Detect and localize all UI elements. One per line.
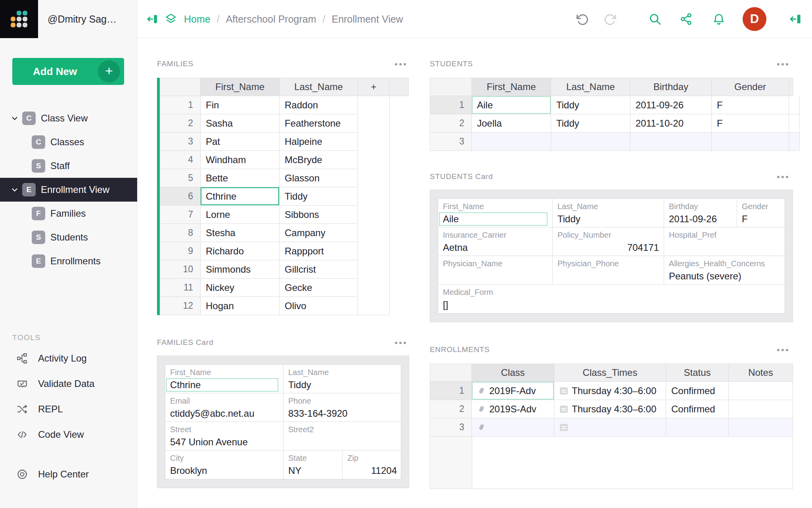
cell-notes[interactable] <box>729 400 793 418</box>
cell-last-name[interactable]: Sibbons <box>280 206 358 224</box>
card-field-street[interactable]: Street 547 Union Avenue <box>165 422 283 450</box>
page-stack-icon[interactable] <box>164 12 178 26</box>
cell-last-name[interactable]: Tiddy <box>551 114 630 133</box>
card-field-gender[interactable]: Gender F <box>737 199 785 227</box>
tool-activity-log[interactable]: Activity Log <box>0 346 137 371</box>
cell-gender[interactable]: F <box>712 96 789 114</box>
sidebar-item-students[interactable]: S Students <box>0 225 137 249</box>
card-field-email[interactable]: Email ctiddy5@abc.net.au <box>165 393 283 422</box>
cell-birthday[interactable]: 2011-10-20 <box>630 114 712 133</box>
cell-first-name[interactable]: Sasha <box>201 114 280 133</box>
chevron-down-icon[interactable] <box>10 113 20 123</box>
cell-last-name[interactable]: Tiddy <box>551 96 630 114</box>
cell-first-name[interactable]: Richardo <box>201 242 280 260</box>
cell-first-name[interactable]: Joella <box>472 114 551 133</box>
cell-birthday[interactable]: 2011-09-26 <box>630 96 712 114</box>
chevron-down-icon[interactable] <box>10 185 20 195</box>
column-header-notes[interactable]: Notes <box>729 364 793 382</box>
cell-last-name[interactable]: Gillcrist <box>280 260 358 279</box>
column-header-last-name[interactable]: Last_Name <box>551 78 630 96</box>
cursor-cell[interactable]: Aile <box>472 96 551 114</box>
cell-gender[interactable] <box>712 133 789 151</box>
active-cursor-cell[interactable]: Cthrine <box>201 187 280 206</box>
card-field-medical-form[interactable]: Medical_Form [] <box>438 285 785 313</box>
column-header-first-name[interactable]: First_Name <box>472 78 551 96</box>
sidebar-item-staff[interactable]: S Staff <box>0 154 137 178</box>
families-menu-dots[interactable] <box>395 62 406 67</box>
cell-first-name[interactable]: Hogan <box>201 297 280 315</box>
row-number-header[interactable] <box>160 78 201 96</box>
card-field-state[interactable]: State NY <box>283 450 343 479</box>
cell-last-name[interactable]: Campany <box>280 224 358 242</box>
cell-last-name[interactable]: McBryde <box>280 151 358 169</box>
cell-last-name[interactable]: Tiddy <box>280 187 358 206</box>
workspace-header[interactable]: @Dmitry Sag… <box>38 0 137 38</box>
row-number-header[interactable] <box>430 78 472 96</box>
sidebar-item-families[interactable]: F Families <box>0 202 137 225</box>
students-menu-dots[interactable] <box>777 62 788 67</box>
column-header-status[interactable]: Status <box>666 364 729 382</box>
cell-first-name[interactable]: Fin <box>201 96 280 114</box>
cell-last-name[interactable]: Raddon <box>280 96 358 114</box>
breadcrumb-workspace[interactable]: Afterschool Program <box>226 13 316 25</box>
cell-first-name[interactable] <box>472 133 551 151</box>
card-field-phone[interactable]: Phone 833-164-3920 <box>283 393 402 422</box>
undo-button[interactable] <box>576 12 589 26</box>
column-header-gender[interactable]: Gender <box>712 78 789 96</box>
cell-class-times[interactable]: Thursday 4:30–6:00 <box>554 382 666 400</box>
card-field-policy-number[interactable]: Policy_Number 704171 <box>553 227 664 256</box>
cell-first-name[interactable]: Nickey <box>201 279 280 297</box>
enrollments-menu-dots[interactable] <box>777 348 788 352</box>
cell-class-times[interactable] <box>554 418 666 437</box>
card-field-allergies[interactable]: Allergies_Health_Concerns Peanuts (sever… <box>664 256 785 285</box>
notifications-bell-icon[interactable] <box>712 12 726 26</box>
card-field-last-name[interactable]: Last_Name Tiddy <box>553 199 664 227</box>
app-logo[interactable] <box>0 0 38 38</box>
cell-last-name[interactable]: Gecke <box>280 279 358 297</box>
card-field-street2[interactable]: Street2 <box>283 422 402 450</box>
share-icon[interactable] <box>680 12 693 26</box>
cell-last-name[interactable]: Glasson <box>280 169 358 187</box>
add-column-button[interactable]: + <box>358 78 390 96</box>
students-card-menu-dots[interactable] <box>777 175 788 179</box>
cell-first-name[interactable]: Lorne <box>201 206 280 224</box>
cell-first-name[interactable]: Windham <box>201 151 280 169</box>
tool-repl[interactable]: REPL <box>0 396 137 422</box>
card-field-insurance-carrier[interactable]: Insurance_Carrier Aetna <box>438 227 553 256</box>
card-field-physician-name[interactable]: Physician_Name <box>438 256 553 285</box>
cell-notes[interactable] <box>729 382 793 400</box>
card-field-last-name[interactable]: Last_Name Tiddy <box>283 365 402 393</box>
cell-last-name[interactable]: Featherstone <box>280 114 358 133</box>
cell-class[interactable]: 2019S-Adv <box>472 400 554 418</box>
sidebar-item-enrollment-view[interactable]: E Enrollment View <box>0 178 137 202</box>
collapse-left-panel-icon[interactable] <box>146 13 158 25</box>
tool-code-view[interactable]: Code View <box>0 422 137 447</box>
cell-class[interactable] <box>472 418 554 437</box>
cell-status[interactable] <box>666 418 729 437</box>
tool-validate-data[interactable]: Validate Data <box>0 371 137 396</box>
cell-notes[interactable] <box>729 418 793 437</box>
column-header-birthday[interactable]: Birthday <box>630 78 712 96</box>
cursor-cell[interactable]: 2019F-Adv <box>472 382 554 400</box>
redo-button[interactable] <box>603 12 617 26</box>
card-field-city[interactable]: City Brooklyn <box>165 450 283 479</box>
add-new-button[interactable]: Add New <box>12 58 124 85</box>
tool-help-center[interactable]: Help Center <box>0 462 137 487</box>
cell-gender[interactable]: F <box>712 114 789 133</box>
card-field-first-name[interactable]: First_Name Cthrine <box>165 365 283 393</box>
cell-last-name[interactable] <box>551 133 630 151</box>
cell-first-name[interactable]: Simmonds <box>201 260 280 279</box>
column-header-first-name[interactable]: First_Name <box>201 78 280 96</box>
card-field-birthday[interactable]: Birthday 2011-09-26 <box>664 199 737 227</box>
sidebar-item-class-view[interactable]: C Class View <box>0 106 137 130</box>
user-avatar[interactable]: D <box>743 7 766 31</box>
card-field-physician-phone[interactable]: Physician_Phone <box>553 256 664 285</box>
column-header-class[interactable]: Class <box>472 364 554 382</box>
cursor-field-value[interactable]: Cthrine <box>166 378 278 392</box>
column-header-last-name[interactable]: Last_Name <box>280 78 358 96</box>
cell-last-name[interactable]: Halpeine <box>280 133 358 151</box>
breadcrumb-page[interactable]: Enrollment View <box>331 13 403 25</box>
cursor-field-value[interactable]: Aile <box>439 212 548 226</box>
cell-first-name[interactable]: Bette <box>201 169 280 187</box>
search-icon[interactable] <box>648 12 662 26</box>
